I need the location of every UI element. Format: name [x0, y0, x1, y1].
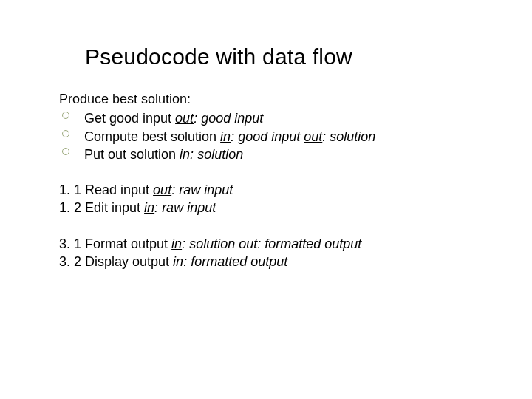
keyword-in: in	[171, 236, 182, 251]
keyword-out: out	[175, 111, 194, 126]
numbered-line: 1. 2 Edit input in: raw input	[59, 199, 473, 216]
bullet-list: Get good input out: good input Compute b…	[59, 109, 473, 163]
line-name: Format output	[85, 236, 171, 251]
bullet-icon	[62, 148, 69, 155]
list-item: Get good input out: good input	[59, 109, 473, 127]
numbered-line: 1. 1 Read input out: raw input	[59, 181, 473, 199]
keyword-in: in	[180, 147, 190, 162]
bullet-value: good input	[234, 129, 304, 144]
slide: Pseudocode with data flow Produce best s…	[0, 0, 532, 399]
line-number: 3. 2	[59, 254, 85, 269]
bullet-value: solution	[194, 147, 243, 162]
line-number: 1. 1	[59, 183, 85, 197]
line-value: formatted output	[187, 254, 287, 269]
bullet-prefix: Put out solution	[84, 147, 180, 162]
list-item: Put out solution in: solution	[59, 146, 473, 163]
line-value: raw input	[158, 200, 216, 215]
numbered-block-1: 1. 1 Read input out: raw input 1. 2 Edit…	[59, 181, 473, 217]
line-value: solution out: formatted output	[185, 236, 361, 251]
bullet-prefix: Compute best solution	[84, 129, 220, 144]
bullet-value: good input	[197, 111, 263, 126]
numbered-line: 3. 2 Display output in: formatted output	[59, 253, 473, 270]
keyword-in: in	[144, 200, 154, 215]
intro-line: Produce best solution:	[59, 90, 473, 108]
numbered-line: 3. 1 Format output in: solution out: for…	[59, 235, 473, 253]
line-value: raw input	[175, 183, 233, 197]
line-name: Display output	[85, 254, 173, 269]
line-number: 1. 2	[59, 200, 85, 215]
slide-title: Pseudocode with data flow	[85, 44, 473, 69]
bullet-value: solution	[326, 129, 375, 144]
list-item: Compute best solution in: good input out…	[59, 128, 473, 146]
bullet-icon	[62, 112, 69, 119]
keyword-out: out	[153, 183, 171, 197]
line-name: Read input	[85, 183, 153, 197]
line-number: 3. 1	[59, 236, 85, 251]
keyword-in: in	[173, 254, 183, 269]
slide-body: Produce best solution: Get good input ou…	[59, 90, 473, 270]
bullet-prefix: Get good input	[84, 111, 175, 126]
keyword-in: in	[220, 129, 231, 144]
bullet-icon	[62, 130, 69, 137]
line-name: Edit input	[85, 200, 144, 215]
keyword-out: out	[304, 129, 322, 144]
numbered-block-3: 3. 1 Format output in: solution out: for…	[59, 235, 473, 271]
